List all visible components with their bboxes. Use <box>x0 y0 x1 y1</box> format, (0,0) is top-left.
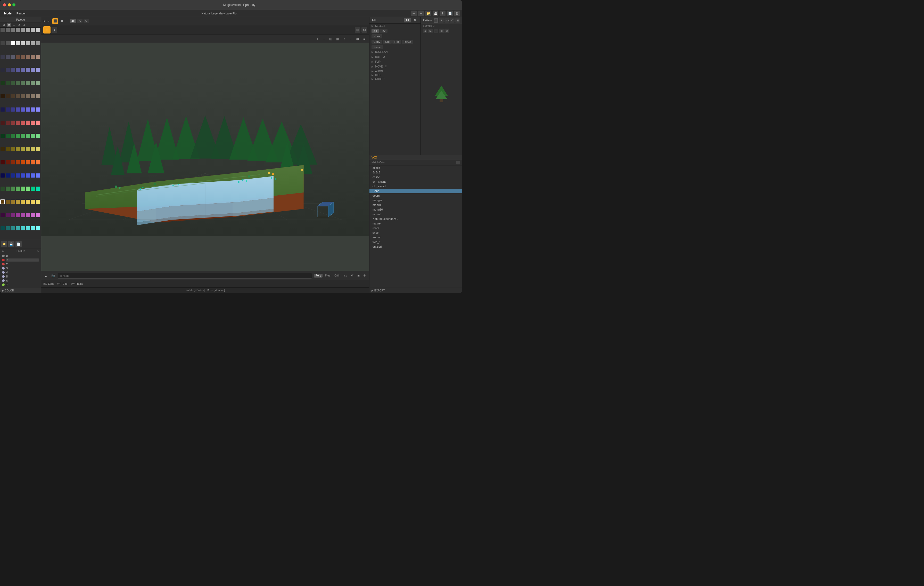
color-cell[interactable] <box>21 81 25 85</box>
vox-list-item[interactable]: doom <box>370 193 462 198</box>
color-cell[interactable] <box>16 41 20 45</box>
color-section[interactable]: ▶ COLOR <box>0 288 41 293</box>
color-cell[interactable] <box>16 134 20 138</box>
color-cell[interactable] <box>16 213 20 217</box>
match-color-toggle[interactable] <box>456 161 460 165</box>
color-cell[interactable] <box>11 120 15 125</box>
color-cell[interactable] <box>11 81 15 85</box>
vox-list-item[interactable]: castle <box>370 175 462 179</box>
color-cell[interactable] <box>11 54 15 59</box>
color-cell[interactable] <box>21 134 25 138</box>
color-cell[interactable] <box>16 226 20 230</box>
color-cell[interactable] <box>0 107 5 112</box>
view-iso[interactable]: Iso <box>342 274 348 278</box>
color-cell[interactable] <box>26 213 30 217</box>
minimize-button[interactable] <box>8 3 11 7</box>
color-cell[interactable] <box>0 94 5 98</box>
layer-item[interactable]: 6 <box>2 278 39 283</box>
color-cell[interactable] <box>16 94 20 98</box>
color-cell[interactable] <box>26 54 30 59</box>
save-button[interactable]: 💾 <box>432 11 438 16</box>
menu-render[interactable]: Render <box>15 12 28 15</box>
color-cell[interactable] <box>21 213 25 217</box>
color-cell[interactable] <box>36 134 40 138</box>
color-cell[interactable] <box>6 107 10 112</box>
color-cell[interactable] <box>36 147 40 151</box>
brush-voxel-icon[interactable]: ◼ <box>59 18 65 24</box>
color-cell[interactable] <box>21 173 25 178</box>
color-cell[interactable] <box>21 41 25 45</box>
color-cell[interactable] <box>21 147 25 151</box>
color-cell[interactable] <box>36 68 40 72</box>
color-cell[interactable] <box>26 160 30 165</box>
color-cell[interactable] <box>11 200 15 204</box>
vox-list-item[interactable]: untitled <box>370 244 462 249</box>
color-cell[interactable] <box>26 226 30 230</box>
color-cell[interactable] <box>0 147 5 151</box>
brush-tab-settings[interactable]: ⚙ <box>84 19 89 23</box>
copy-btn[interactable]: Copy <box>371 40 382 44</box>
color-cell[interactable] <box>26 68 30 72</box>
vp-sub-icon[interactable]: − <box>321 36 327 42</box>
vox-list-item[interactable]: nature <box>370 221 462 226</box>
color-cell[interactable] <box>36 213 40 217</box>
color-cell[interactable] <box>21 28 25 32</box>
color-cell[interactable] <box>31 81 35 85</box>
color-cell[interactable] <box>16 186 20 191</box>
palette-save-icon[interactable]: 💾 <box>8 241 15 247</box>
vox-list-item[interactable]: menger <box>370 198 462 202</box>
brush-tab-all[interactable]: All <box>70 19 76 23</box>
color-cell[interactable] <box>31 147 35 151</box>
vp-filter-icon[interactable]: ≡ <box>361 36 367 42</box>
color-cell[interactable] <box>6 160 10 165</box>
pt-grid[interactable]: ⊞ <box>439 29 444 33</box>
vp-center-icon[interactable]: ⊕ <box>355 36 360 42</box>
close-button[interactable] <box>3 3 6 7</box>
color-cell[interactable] <box>11 107 15 112</box>
color-cell[interactable] <box>31 186 35 191</box>
vp-move2-icon[interactable]: ⊞ <box>335 36 340 42</box>
color-cell[interactable] <box>21 68 25 72</box>
color-cell[interactable] <box>0 186 5 191</box>
grid-view-icon[interactable]: ⊞ <box>356 273 361 278</box>
export-label[interactable]: ▶ EXPORT <box>371 289 385 292</box>
color-cell[interactable] <box>31 28 35 32</box>
pt-rotate[interactable]: ↺ <box>444 29 449 33</box>
vox-list-item[interactable]: room <box>370 226 462 230</box>
color-cell[interactable] <box>11 160 15 165</box>
color-cell[interactable] <box>36 54 40 59</box>
color-cell[interactable] <box>36 160 40 165</box>
frame-label[interactable]: Frame <box>76 282 83 285</box>
new-button[interactable]: 📄 <box>447 11 453 16</box>
view-orth[interactable]: Orth <box>333 274 341 278</box>
color-cell[interactable] <box>16 200 20 204</box>
color-cell[interactable] <box>6 213 10 217</box>
color-cell[interactable] <box>26 147 30 151</box>
palette-tab-3[interactable]: 3 <box>22 23 26 27</box>
vox-list-item[interactable]: teapot <box>370 235 462 240</box>
palette-nav-left[interactable]: ◀ <box>1 23 6 27</box>
color-cell[interactable] <box>26 94 30 98</box>
color-cell[interactable] <box>6 41 10 45</box>
color-cell[interactable] <box>31 68 35 72</box>
palette-tab-0[interactable]: 0 <box>7 23 12 27</box>
brush-tab-paint[interactable]: ✎ <box>77 19 82 23</box>
color-cell[interactable] <box>36 186 40 191</box>
color-cell[interactable] <box>11 41 15 45</box>
color-cell[interactable] <box>11 68 15 72</box>
move-download-icon[interactable]: ⬇ <box>384 64 388 69</box>
vox-list-item[interactable]: chr_sword <box>370 184 462 189</box>
color-cell[interactable] <box>21 186 25 191</box>
edit-tab-box[interactable]: ⊠ <box>412 18 418 22</box>
color-cell[interactable] <box>6 68 10 72</box>
color-cell[interactable] <box>11 147 15 151</box>
color-cell[interactable] <box>36 120 40 125</box>
layer-item[interactable]: 2 <box>2 262 39 266</box>
color-cell[interactable] <box>6 200 10 204</box>
brush-grid-btn[interactable]: ⊞ <box>355 27 360 33</box>
layer-item[interactable]: 0 <box>2 254 39 258</box>
color-cell[interactable] <box>16 107 20 112</box>
color-cell[interactable] <box>0 226 5 230</box>
color-cell[interactable] <box>11 186 15 191</box>
brush-select-icon[interactable]: ⬛ <box>52 18 58 24</box>
